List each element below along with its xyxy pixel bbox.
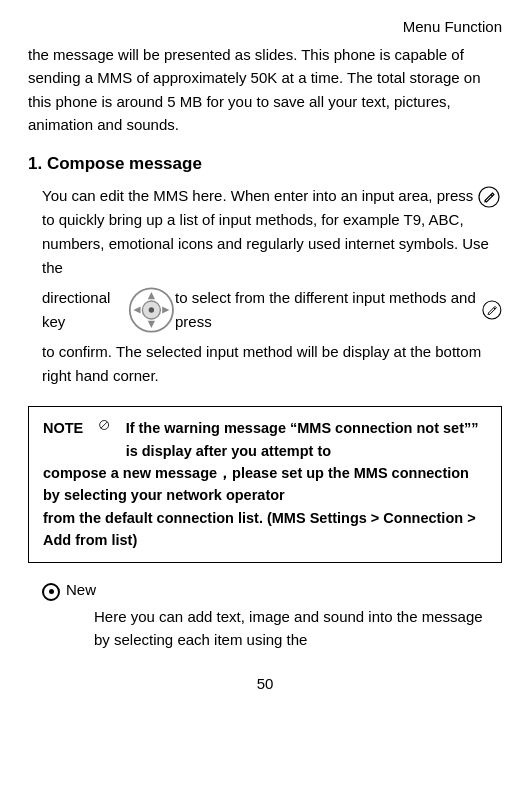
svg-line-12 [101, 422, 107, 428]
new-description: Here you can add text, image and sound i… [42, 605, 502, 652]
new-label: New [66, 581, 96, 598]
section-para2: to quickly bring up a list of input meth… [42, 211, 489, 276]
note-line2: compose a new message，please set up the … [43, 465, 469, 503]
svg-line-10 [494, 308, 495, 309]
svg-marker-5 [148, 292, 155, 299]
svg-line-1 [491, 195, 493, 197]
svg-marker-8 [162, 306, 169, 313]
note-line1: If the warning message “MMS connection n… [126, 417, 487, 462]
note-label: NOTE [43, 417, 83, 439]
svg-marker-6 [148, 321, 155, 328]
intro-text: the message will be presented as slides.… [28, 43, 502, 136]
note-box: NOTE If the warning message “MMS connect… [28, 406, 502, 563]
page-header: Menu Function [0, 0, 530, 43]
note-line3: from the default connection list. (MMS S… [43, 510, 476, 548]
section-para3: directional key [42, 286, 128, 334]
no-symbol-icon [99, 417, 109, 433]
section-para4: to select from the different input metho… [175, 286, 482, 334]
new-section: New Here you can add text, image and sou… [28, 581, 502, 652]
section-1: 1. Compose message You can edit the MMS … [28, 154, 502, 388]
svg-marker-7 [134, 306, 141, 313]
svg-point-4 [149, 307, 154, 312]
section-para5: to confirm. The selected input method wi… [42, 343, 481, 384]
pencil-icon-1 [478, 186, 500, 208]
pencil-icon-2 [482, 299, 502, 321]
section-title: 1. Compose message [28, 154, 502, 174]
header-title: Menu Function [403, 18, 502, 35]
page-number: 50 [0, 675, 530, 702]
directional-key-icon [128, 284, 175, 336]
section-para1: You can edit the MMS here. When enter in… [42, 187, 473, 204]
new-bullet-icon [42, 583, 60, 601]
